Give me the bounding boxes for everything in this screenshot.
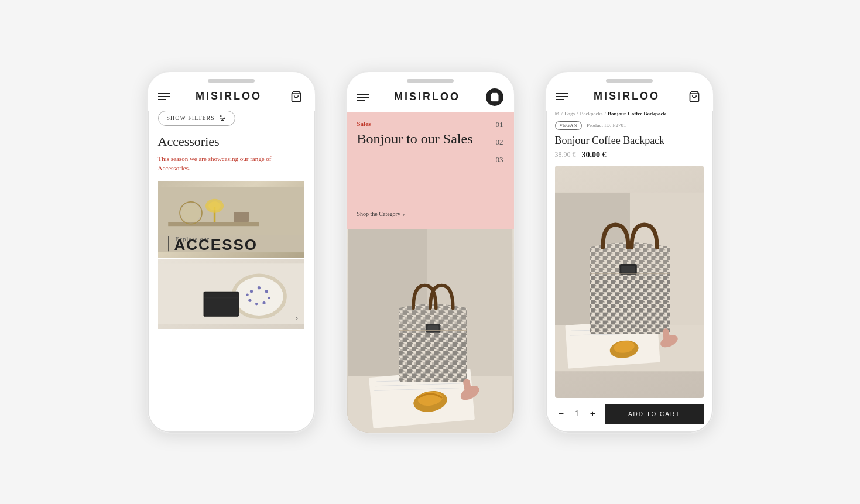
svg-rect-64 bbox=[621, 265, 635, 272]
vegan-badge: VEGAN bbox=[555, 121, 583, 130]
brand-name-phone2: MISIRLOO bbox=[394, 91, 460, 103]
header-phone1: MISIRLOO bbox=[148, 72, 315, 111]
add-to-cart-button[interactable]: ADD TO CART bbox=[605, 404, 704, 424]
sales-num-2: 02 bbox=[496, 138, 503, 147]
sales-numbers: 01 02 03 bbox=[496, 120, 503, 164]
svg-rect-14 bbox=[234, 212, 249, 222]
sale-price: 30.00 € bbox=[582, 150, 607, 160]
product-detail-image bbox=[555, 166, 704, 398]
price-row: 38.90 € 30.00 € bbox=[555, 150, 704, 160]
svg-point-26 bbox=[248, 299, 251, 301]
qty-value: 1 bbox=[573, 409, 582, 419]
svg-point-27 bbox=[246, 293, 248, 296]
phone-sales: MISIRLOO Sales Bonjour to our Sales 01 bbox=[345, 71, 515, 434]
breadcrumb-backpacks: Backpacks bbox=[580, 111, 603, 116]
breadcrumb-m: M bbox=[555, 111, 560, 116]
svg-point-23 bbox=[268, 296, 270, 299]
accessories-big-text: ACCESSO bbox=[174, 236, 258, 254]
phone-product-detail: MISIRLOO M / Bags / Backpacks bbox=[544, 71, 714, 434]
phones-container: MISIRLOO SHOW FILTERS bbox=[146, 71, 714, 434]
hamburger-icon[interactable] bbox=[158, 93, 170, 100]
svg-point-6 bbox=[222, 119, 223, 121]
original-price: 38.90 € bbox=[555, 150, 576, 159]
sales-banner: Sales Bonjour to our Sales 01 02 03 Shop… bbox=[347, 112, 514, 229]
filter-btn-label: SHOW FILTERS bbox=[167, 115, 215, 121]
sales-label: Sales bbox=[357, 120, 503, 127]
svg-point-13 bbox=[181, 203, 200, 222]
svg-point-5 bbox=[224, 117, 225, 118]
phone3-content: M / Bags / Backpacks / Bonjour Coffee Ba… bbox=[546, 111, 713, 433]
svg-rect-29 bbox=[204, 292, 238, 316]
phone1-content: SHOW FILTERS Accessories This season we … bbox=[148, 111, 315, 433]
sales-num-1: 01 bbox=[496, 120, 503, 129]
brand-name-phone3: MISIRLOO bbox=[594, 90, 660, 102]
add-to-cart-row: − 1 + ADD TO CART bbox=[555, 404, 704, 433]
qty-minus-button[interactable]: − bbox=[555, 407, 568, 420]
svg-point-19 bbox=[235, 277, 283, 316]
bag-product-image bbox=[347, 229, 514, 433]
phone-accessories: MISIRLOO SHOW FILTERS bbox=[146, 71, 316, 434]
product-name: Bonjour Coffee Backpack bbox=[555, 135, 704, 147]
accessories-banner-image: Explore our ACCESSO bbox=[158, 181, 304, 258]
sales-title: Bonjour to our Sales bbox=[357, 131, 503, 206]
phone2-content: Sales Bonjour to our Sales 01 02 03 Shop… bbox=[347, 112, 514, 433]
svg-rect-16 bbox=[168, 236, 169, 251]
svg-point-24 bbox=[262, 301, 265, 304]
svg-point-22 bbox=[265, 290, 268, 293]
svg-point-25 bbox=[255, 303, 257, 305]
category-title: Accessories bbox=[158, 134, 304, 149]
cart-button-phone2[interactable] bbox=[486, 88, 503, 106]
hamburger-icon-2[interactable] bbox=[357, 94, 369, 101]
accessories-bottom-image: › bbox=[158, 259, 304, 329]
shop-category-link[interactable]: Shop the Category › bbox=[357, 211, 503, 217]
svg-point-11 bbox=[208, 201, 221, 210]
product-id: Product ID: F2701 bbox=[587, 122, 626, 128]
arrow-right: › bbox=[296, 314, 299, 323]
breadcrumb-bags: Bags bbox=[564, 111, 575, 116]
brand-name-phone1: MISIRLOO bbox=[196, 90, 262, 102]
header-phone2: MISIRLOO bbox=[347, 72, 514, 112]
qty-control: − 1 + bbox=[555, 407, 599, 420]
category-desc: This season we are showcasing our range … bbox=[158, 154, 304, 173]
sales-num-3: 03 bbox=[496, 155, 503, 164]
svg-point-4 bbox=[220, 115, 221, 116]
product-meta: VEGAN Product ID: F2701 bbox=[555, 121, 704, 130]
cart-button-phone1[interactable] bbox=[288, 88, 304, 105]
shop-category-text: Shop the Category bbox=[357, 211, 400, 217]
shop-category-arrow: › bbox=[403, 211, 405, 217]
header-phone3: MISIRLOO bbox=[546, 72, 713, 111]
svg-rect-8 bbox=[168, 222, 259, 226]
breadcrumb-current: Bonjour Coffee Backpack bbox=[608, 111, 666, 116]
qty-plus-button[interactable]: + bbox=[587, 407, 599, 420]
cart-button-phone3[interactable] bbox=[686, 88, 703, 105]
hamburger-icon-3[interactable] bbox=[556, 93, 568, 100]
filter-button[interactable]: SHOW FILTERS bbox=[158, 111, 235, 126]
svg-point-21 bbox=[257, 286, 260, 289]
breadcrumb: M / Bags / Backpacks / Bonjour Coffee Ba… bbox=[555, 111, 704, 116]
svg-point-20 bbox=[249, 290, 252, 293]
